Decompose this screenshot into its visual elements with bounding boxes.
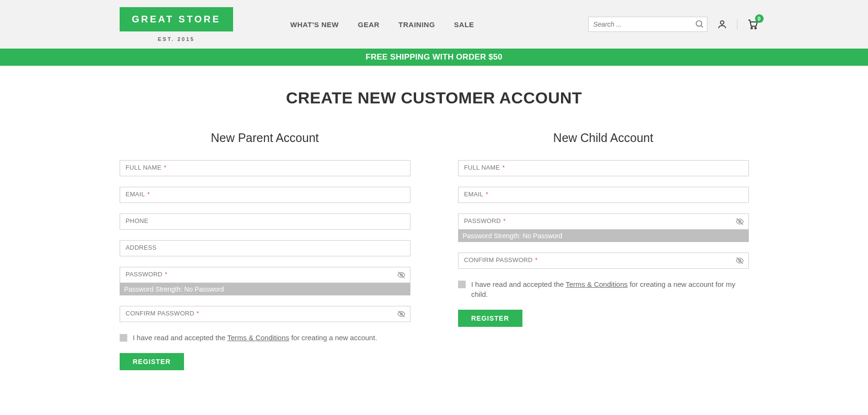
eye-slash-icon[interactable]: [397, 271, 406, 279]
child-account-form: New Child Account FULL NAME* EMAIL* PASS…: [458, 131, 749, 370]
page-title: CREATE NEW CUSTOMER ACCOUNT: [0, 89, 868, 107]
site-header: GREAT STORE EST. 2015 WHAT'S NEW GEAR TR…: [0, 0, 868, 49]
eye-slash-icon[interactable]: [735, 256, 744, 265]
child-form-title: New Child Account: [458, 131, 749, 145]
main-nav: WHAT'S NEW GEAR TRAINING SALE: [290, 20, 474, 29]
parent-terms-pre: I have read and accepted the: [133, 334, 227, 342]
parent-terms-row: I have read and accepted the Terms & Con…: [120, 333, 410, 343]
promo-banner: FREE SHIPPING WITH ORDER $50: [0, 49, 868, 66]
parent-register-button[interactable]: REGISTER: [120, 353, 184, 370]
svg-point-2: [720, 21, 724, 24]
child-email-input[interactable]: [458, 187, 749, 203]
eye-slash-icon[interactable]: [397, 310, 406, 318]
eye-slash-icon[interactable]: [735, 217, 744, 226]
child-password-strength: Password Strength: No Password: [458, 230, 749, 242]
cart-icon[interactable]: 0: [747, 19, 758, 30]
header-divider: [737, 19, 737, 30]
account-icon[interactable]: [717, 19, 727, 30]
svg-point-0: [696, 21, 702, 27]
parent-password-input[interactable]: [120, 267, 410, 283]
parent-address-field: ADDRESS: [120, 240, 410, 256]
nav-sale[interactable]: SALE: [454, 20, 474, 29]
parent-form-title: New Parent Account: [120, 131, 410, 145]
parent-confirm-password-input[interactable]: [120, 306, 410, 322]
child-terms-row: I have read and accepted the Terms & Con…: [458, 279, 749, 299]
svg-line-1: [701, 26, 703, 28]
parent-email-field: EMAIL*: [120, 187, 410, 203]
svg-point-3: [751, 28, 752, 29]
nav-training[interactable]: TRAINING: [398, 20, 435, 29]
search-input[interactable]: [588, 17, 707, 32]
parent-password-strength: Password Strength: No Password: [120, 283, 410, 295]
parent-full-name-field: FULL NAME*: [120, 160, 410, 176]
logo-subtitle: EST. 2015: [158, 36, 195, 42]
nav-gear[interactable]: GEAR: [358, 20, 379, 29]
cart-count-badge: 0: [755, 14, 764, 23]
child-full-name-field: FULL NAME*: [458, 160, 749, 176]
search-icon[interactable]: [695, 20, 705, 29]
child-confirm-password-input[interactable]: [458, 253, 749, 269]
parent-password-field: PASSWORD*: [120, 267, 410, 283]
child-terms-checkbox[interactable]: [458, 281, 466, 288]
svg-point-4: [755, 28, 756, 29]
site-logo[interactable]: GREAT STORE EST. 2015: [120, 7, 234, 42]
child-confirm-password-field: CONFIRM PASSWORD*: [458, 253, 749, 269]
child-terms-pre: I have read and accepted the: [471, 280, 566, 288]
parent-account-form: New Parent Account FULL NAME* EMAIL* PHO…: [120, 131, 410, 370]
child-password-field: PASSWORD*: [458, 213, 749, 230]
child-register-button[interactable]: REGISTER: [458, 310, 523, 327]
search-box: [588, 17, 707, 32]
parent-email-input[interactable]: [120, 187, 410, 203]
parent-address-input[interactable]: [120, 240, 410, 256]
child-password-input[interactable]: [458, 213, 749, 230]
parent-confirm-password-field: CONFIRM PASSWORD*: [120, 306, 410, 322]
nav-whats-new[interactable]: WHAT'S NEW: [290, 20, 339, 29]
parent-terms-checkbox[interactable]: [120, 334, 127, 342]
parent-full-name-input[interactable]: [120, 160, 410, 176]
child-full-name-input[interactable]: [458, 160, 749, 176]
parent-phone-field: PHONE: [120, 213, 410, 230]
parent-terms-link[interactable]: Terms & Conditions: [227, 334, 289, 342]
logo-main: GREAT STORE: [120, 7, 234, 31]
parent-terms-post: for creating a new account.: [289, 334, 377, 342]
child-email-field: EMAIL*: [458, 187, 749, 203]
account-forms: New Parent Account FULL NAME* EMAIL* PHO…: [101, 131, 768, 389]
child-terms-link[interactable]: Terms & Conditions: [566, 280, 628, 288]
parent-phone-input[interactable]: [120, 213, 410, 230]
